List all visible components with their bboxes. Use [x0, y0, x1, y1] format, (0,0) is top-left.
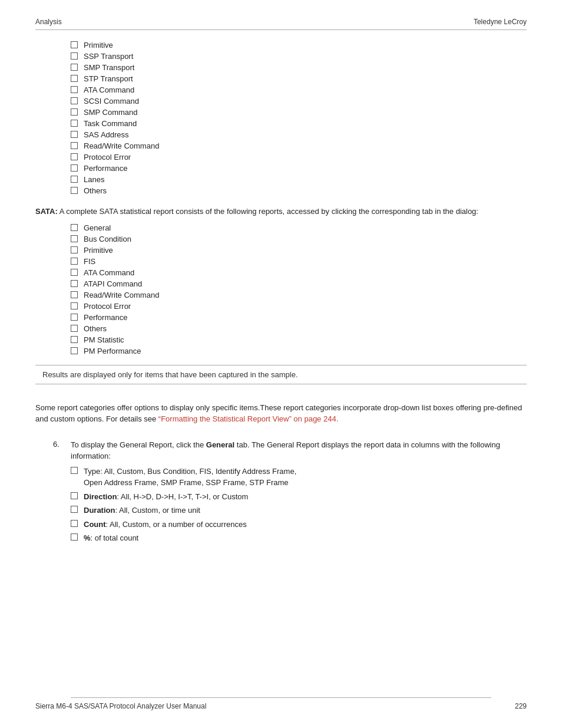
- list-item: Count: All, Custom, or a number of occur…: [71, 519, 527, 531]
- list-item-label: Task Command: [84, 119, 137, 128]
- list-item: Bus Condition: [35, 235, 527, 243]
- checkbox-icon: [71, 492, 78, 499]
- list-item-label: Lanes: [84, 175, 104, 184]
- footer-left: Sierra M6-4 SAS/SATA Protocol Analyzer U…: [35, 702, 206, 710]
- list-item: Protocol Error: [35, 302, 527, 311]
- list-item-label: SAS Address: [84, 130, 129, 139]
- list-item-label: Performance: [84, 164, 127, 173]
- step-6: 6. To display the General Report, click …: [35, 439, 527, 546]
- page: Analysis Teledyne LeCroy PrimitiveSSP Tr…: [0, 0, 562, 728]
- list-item: PM Statistic: [35, 335, 527, 344]
- step-6-bold-word: General: [206, 440, 234, 449]
- checkbox-icon: [71, 258, 78, 265]
- list-item-label: PM Performance: [84, 347, 141, 355]
- sub-list-item-label: Type: All, Custom, Bus Condition, FIS, I…: [84, 466, 296, 489]
- list-item-label: Bus Condition: [84, 235, 131, 243]
- list-item: ATA Command: [35, 85, 527, 94]
- list-item-label: Primitive: [84, 246, 113, 255]
- list-item-label: SSP Transport: [84, 52, 133, 61]
- step-6-text-before: To display the General Report, click the: [71, 440, 206, 449]
- list-item: Duration: All, Custom, or time unit: [71, 505, 527, 516]
- list-item-label: Read/Write Command: [84, 141, 159, 150]
- list-item-label: Others: [84, 186, 107, 195]
- checkbox-icon: [71, 506, 78, 513]
- checkbox-icon: [71, 291, 78, 298]
- checkbox-icon: [71, 120, 78, 127]
- sub-list-item-label: Direction: All, H->D, D->H, I->T, T->I, …: [84, 491, 248, 503]
- list-item-label: General: [84, 223, 111, 232]
- checkbox-icon: [71, 108, 78, 116]
- sub-list-item-label: Duration: All, Custom, or time unit: [84, 505, 200, 516]
- checkbox-icon: [71, 142, 78, 149]
- checkbox-icon: [71, 224, 78, 231]
- list-item: Protocol Error: [35, 153, 527, 162]
- list-item: SCSI Command: [35, 97, 527, 106]
- checkbox-icon: [71, 64, 78, 71]
- header-right: Teledyne LeCroy: [474, 18, 527, 26]
- list-item-label: PM Statistic: [84, 335, 124, 344]
- header-left: Analysis: [35, 18, 62, 26]
- checkbox-icon: [71, 75, 78, 82]
- checkbox-icon: [71, 153, 78, 160]
- checkbox-icon: [71, 325, 78, 332]
- main-content: PrimitiveSSP TransportSMP TransportSTP T…: [35, 41, 527, 599]
- list-item: Performance: [35, 313, 527, 322]
- sata-intro-para: SATA: A complete SATA statistical report…: [35, 206, 527, 218]
- list-item-label: Protocol Error: [84, 153, 131, 162]
- list-item-label: Read/Write Command: [84, 291, 159, 299]
- page-footer: Sierra M6-4 SAS/SATA Protocol Analyzer U…: [35, 697, 527, 710]
- checkbox-icon: [71, 280, 78, 287]
- page-header: Analysis Teledyne LeCroy: [35, 18, 527, 26]
- list-item: %: of total count: [71, 532, 527, 544]
- list-item: SMP Transport: [35, 63, 527, 72]
- step-6-content: To display the General Report, click the…: [71, 439, 527, 546]
- checkbox-icon: [71, 131, 78, 138]
- checkbox-icon: [71, 533, 78, 541]
- list-item: STP Transport: [35, 74, 527, 83]
- checkbox-icon: [71, 41, 78, 48]
- list-item: Performance: [35, 164, 527, 173]
- checkbox-icon: [71, 467, 78, 474]
- list-item-label: SCSI Command: [84, 97, 139, 106]
- checkbox-icon: [71, 347, 78, 354]
- step-6-number: 6.: [53, 439, 71, 449]
- list-item: FIS: [35, 257, 527, 266]
- footer-divider-container: [71, 697, 491, 701]
- checkbox-icon: [71, 269, 78, 276]
- list-item-label: STP Transport: [84, 74, 133, 83]
- footer-divider: [71, 697, 491, 698]
- list-item: ATAPI Command: [35, 279, 527, 288]
- checkbox-icon: [71, 187, 78, 194]
- checkbox-icon: [71, 235, 78, 242]
- list-item-label: SMP Transport: [84, 63, 134, 72]
- list-item-label: ATAPI Command: [84, 279, 142, 288]
- checkbox-icon: [71, 164, 78, 172]
- list-item: Others: [35, 324, 527, 333]
- list-item: SSP Transport: [35, 52, 527, 61]
- checkbox-icon: [71, 302, 78, 309]
- body-para: Some report categories offer options to …: [35, 402, 527, 425]
- sata-intro-text: A complete SATA statistical report consi…: [58, 207, 478, 216]
- checkbox-icon: [71, 314, 78, 321]
- body-para-link[interactable]: “Formatting the Statistical Report View”…: [158, 414, 338, 423]
- list-item: Type: All, Custom, Bus Condition, FIS, I…: [71, 466, 527, 489]
- list-item: Read/Write Command: [35, 141, 527, 150]
- list-item-label: Primitive: [84, 41, 113, 50]
- list-item: Lanes: [35, 175, 527, 184]
- list-item: General: [35, 223, 527, 232]
- list-item: Read/Write Command: [35, 291, 527, 299]
- note-box: Results are displayed only for items tha…: [35, 365, 527, 384]
- note-box-text: Results are displayed only for items tha…: [42, 370, 298, 379]
- sub-list-item-label: Count: All, Custom, or a number of occur…: [84, 519, 247, 531]
- checkbox-icon: [71, 336, 78, 343]
- list-item: Primitive: [35, 246, 527, 255]
- checkbox-icon: [71, 246, 78, 253]
- checkbox-icon: [71, 520, 78, 527]
- list-item-label: SMP Command: [84, 108, 138, 117]
- list-item-label: Performance: [84, 313, 127, 322]
- step-6-text: To display the General Report, click the…: [71, 439, 527, 462]
- checkbox-icon: [71, 176, 78, 183]
- list-item: Task Command: [35, 119, 527, 128]
- list-item-label: FIS: [84, 257, 95, 266]
- header-divider: [35, 29, 527, 30]
